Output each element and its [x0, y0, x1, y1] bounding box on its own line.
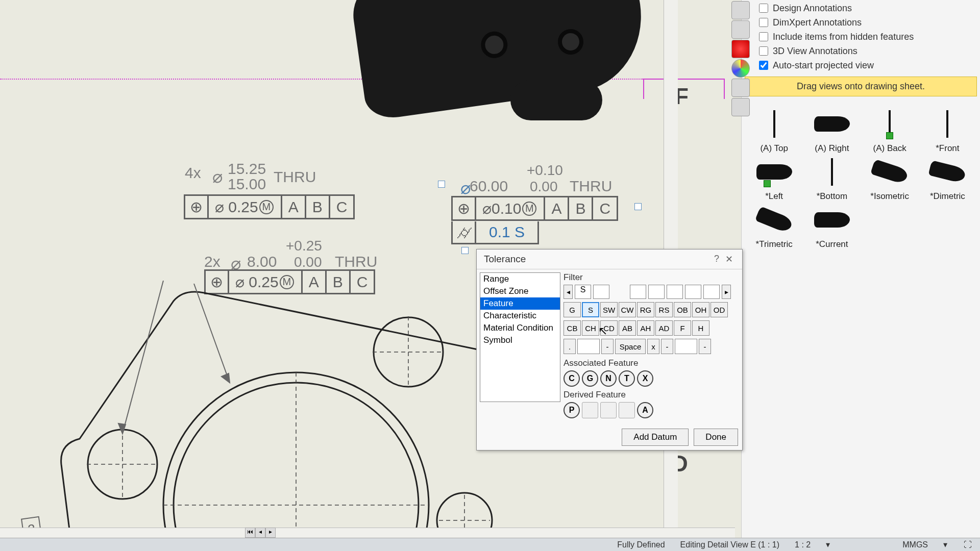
filter-slot-7[interactable]	[703, 285, 720, 299]
status-scale[interactable]: 1 : 2	[795, 540, 811, 549]
view-isometric[interactable]: *Isometric	[863, 157, 917, 202]
code-s[interactable]: S	[582, 302, 599, 317]
checkbox[interactable]	[759, 46, 768, 56]
fcf-1[interactable]: ⊕ ⌀ 0.25M A B C	[184, 194, 355, 219]
sheet-nav[interactable]: ⏮ ◂ ▸	[245, 528, 276, 538]
list-item-feature[interactable]: Feature	[480, 297, 560, 310]
code-cd[interactable]: CD	[600, 320, 618, 336]
checkbox[interactable]	[759, 61, 768, 70]
view-trimetric[interactable]: *Trimetric	[747, 205, 801, 249]
dialog-titlebar[interactable]: Tolerance ? ✕	[477, 249, 742, 269]
assoc-g[interactable]: G	[582, 370, 598, 387]
code-f[interactable]: F	[674, 320, 691, 336]
derived-blank-3[interactable]	[619, 402, 635, 418]
list-item-offset-zone[interactable]: Offset Zone	[480, 285, 560, 297]
tab-view-palette-icon[interactable]	[731, 40, 750, 58]
view-top[interactable]: (A) Top	[747, 109, 801, 154]
sep-dash-1[interactable]: -	[601, 339, 614, 354]
filter-slot-2[interactable]	[593, 285, 609, 299]
task-pane-tabs[interactable]	[731, 0, 752, 117]
fcf-edit-handle-2[interactable]	[461, 247, 469, 254]
code-rg[interactable]: RG	[637, 302, 654, 317]
assoc-x[interactable]: X	[637, 370, 653, 387]
view-back[interactable]: (A) Back	[863, 109, 917, 154]
list-item-range[interactable]: Range	[480, 273, 560, 285]
code-sw[interactable]: SW	[600, 302, 618, 317]
status-units[interactable]: MMGS	[902, 540, 928, 549]
filter-slot-4[interactable]	[648, 285, 665, 299]
assoc-t[interactable]: T	[619, 370, 635, 387]
code-oh[interactable]: OH	[692, 302, 709, 317]
code-ad[interactable]: AD	[655, 320, 673, 336]
view-right[interactable]: (A) Right	[804, 109, 859, 154]
code-ch[interactable]: CH	[582, 320, 599, 336]
code-od[interactable]: OD	[710, 302, 728, 317]
checkbox[interactable]	[759, 18, 768, 27]
done-button[interactable]: Done	[694, 429, 738, 446]
category-list[interactable]: Range Offset Zone Feature Characteristic…	[480, 272, 560, 402]
derived-a[interactable]: A	[637, 402, 653, 418]
list-item-material-condition[interactable]: Material Condition	[480, 322, 560, 334]
tab-design-library-icon[interactable]	[731, 1, 750, 19]
code-h[interactable]: H	[692, 320, 709, 336]
view-current[interactable]: *Current	[804, 205, 859, 249]
assoc-c[interactable]: C	[564, 370, 580, 387]
tab-appearances-icon[interactable]	[731, 59, 750, 78]
list-item-symbol[interactable]: Symbol	[480, 334, 560, 346]
sheet-prev-icon[interactable]: ◂	[255, 528, 265, 538]
status-units-dropdown-icon[interactable]: ▾	[943, 540, 948, 549]
filter-prev-button[interactable]: ◂	[564, 285, 573, 299]
check-design-annotations[interactable]: Design Annotations	[742, 1, 980, 15]
checkbox[interactable]	[759, 32, 768, 41]
fcf-4[interactable]: ⌭ 0.1 S	[451, 221, 539, 244]
tab-file-explorer-icon[interactable]	[731, 20, 750, 39]
view-bottom[interactable]: *Bottom	[804, 157, 859, 202]
code-ah[interactable]: AH	[637, 320, 654, 336]
check-hidden-features[interactable]: Include items from hidden features	[742, 30, 980, 44]
fcf4-tol[interactable]: 0.1 S	[476, 221, 537, 243]
derived-blank-2[interactable]	[600, 402, 617, 418]
close-button[interactable]: ✕	[723, 254, 735, 265]
filter-slot-5[interactable]	[667, 285, 683, 299]
check-autostart-projected[interactable]: Auto-start projected view	[742, 58, 980, 72]
code-ab[interactable]: AB	[619, 320, 636, 336]
code-rs[interactable]: RS	[655, 302, 673, 317]
dim-edit-handle[interactable]	[438, 181, 445, 188]
view-front[interactable]: *Front	[920, 109, 975, 154]
sep-dot[interactable]: .	[564, 339, 576, 354]
sep-space[interactable]: Space	[615, 339, 646, 354]
fcf-3[interactable]: ⊕ ⌀0.10M A B C	[451, 196, 618, 221]
filter-slot-6[interactable]	[685, 285, 701, 299]
assoc-n[interactable]: N	[600, 370, 617, 387]
sep-x[interactable]: x	[647, 339, 659, 354]
status-maximize-icon[interactable]: ⛶	[964, 540, 974, 549]
filter-slot-1[interactable]: S	[575, 285, 591, 299]
add-datum-button[interactable]: Add Datum	[622, 429, 689, 446]
checkbox[interactable]	[759, 4, 768, 13]
view-dimetric[interactable]: *Dimetric	[920, 157, 975, 202]
sheet-next-icon[interactable]: ▸	[265, 528, 276, 538]
tab-custom-props-icon[interactable]	[731, 79, 750, 97]
list-item-characteristic[interactable]: Characteristic	[480, 310, 560, 322]
derived-blank-1[interactable]	[582, 402, 598, 418]
filter-label: Filter	[564, 272, 739, 283]
code-cw[interactable]: CW	[619, 302, 636, 317]
check-dimxpert-annotations[interactable]: DimXpert Annotations	[742, 15, 980, 30]
sep-dash-3[interactable]: -	[699, 339, 711, 354]
help-button[interactable]: ?	[710, 254, 723, 265]
sep-input-2[interactable]	[675, 339, 697, 354]
sep-input-1[interactable]	[577, 339, 600, 354]
check-3d-view-annotations[interactable]: 3D View Annotations	[742, 44, 980, 58]
view-left[interactable]: *Left	[747, 157, 801, 202]
filter-slot-3[interactable]	[630, 285, 646, 299]
code-ob[interactable]: OB	[674, 302, 691, 317]
sheet-first-icon[interactable]: ⏮	[245, 528, 255, 538]
code-cb[interactable]: CB	[564, 320, 581, 336]
derived-p[interactable]: P	[564, 402, 580, 418]
fcf-edit-handle[interactable]	[634, 203, 642, 210]
filter-next-button[interactable]: ▸	[722, 285, 731, 299]
tab-forum-icon[interactable]	[731, 98, 750, 116]
sep-dash-2[interactable]: -	[661, 339, 673, 354]
code-g[interactable]: G	[564, 302, 581, 317]
status-dropdown-icon[interactable]: ▾	[826, 540, 831, 549]
